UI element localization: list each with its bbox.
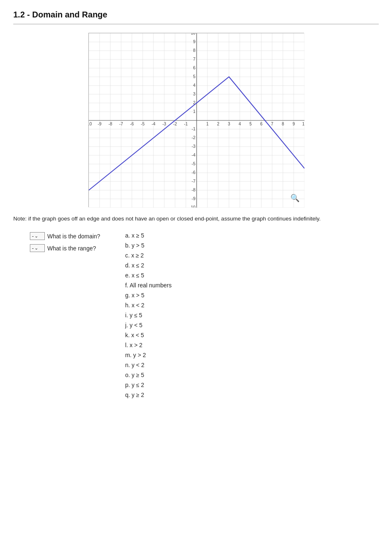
page: 1.2 - Domain and Range 🔍 Note: if the gr… (0, 0, 392, 539)
questions-col: - ⌄ What is the domain? - ⌄ What is the … (30, 232, 100, 398)
answer-item-a: a. x ≥ 5 (125, 232, 172, 239)
answer-item-h: h. x < 2 (125, 302, 172, 309)
answer-item-f: f. All real numbers (125, 282, 172, 289)
question-domain: - ⌄ What is the domain? (30, 232, 100, 240)
answer-item-e: e. x ≤ 5 (125, 272, 172, 279)
answer-item-g: g. x > 5 (125, 292, 172, 299)
range-select[interactable]: - ⌄ (30, 244, 45, 252)
answer-item-d: d. x ≤ 2 (125, 262, 172, 269)
answer-item-k: k. x < 5 (125, 332, 172, 338)
answer-item-o: o. y ≥ 5 (125, 372, 172, 378)
answers-col: a. x ≥ 5b. y > 5c. x ≥ 2d. x ≤ 2e. x ≤ 5… (125, 232, 172, 398)
answer-item-n: n. y < 2 (125, 362, 172, 368)
answer-item-l: l. x > 2 (125, 342, 172, 348)
answer-item-c: c. x ≥ 2 (125, 252, 172, 259)
magnifier-icon[interactable]: 🔍 (290, 194, 299, 203)
answer-item-p: p. y ≤ 2 (125, 382, 172, 388)
question-range: - ⌄ What is the range? (30, 244, 100, 252)
graph-area: 🔍 (88, 33, 304, 207)
domain-label: What is the domain? (47, 233, 100, 240)
range-label: What is the range? (47, 245, 96, 252)
questions-row: - ⌄ What is the domain? - ⌄ What is the … (30, 232, 379, 398)
answer-item-i: i. y ≤ 5 (125, 312, 172, 318)
page-title: 1.2 - Domain and Range (13, 10, 379, 24)
answer-item-m: m. y > 2 (125, 352, 172, 358)
note-text: Note: if the graph goes off an edge and … (13, 215, 370, 223)
answer-item-j: j. y < 5 (125, 322, 172, 328)
graph-container: 🔍 (13, 33, 379, 207)
answer-item-b: b. y > 5 (125, 242, 172, 249)
answer-item-q: q. y ≥ 2 (125, 392, 172, 398)
domain-select[interactable]: - ⌄ (30, 232, 45, 240)
